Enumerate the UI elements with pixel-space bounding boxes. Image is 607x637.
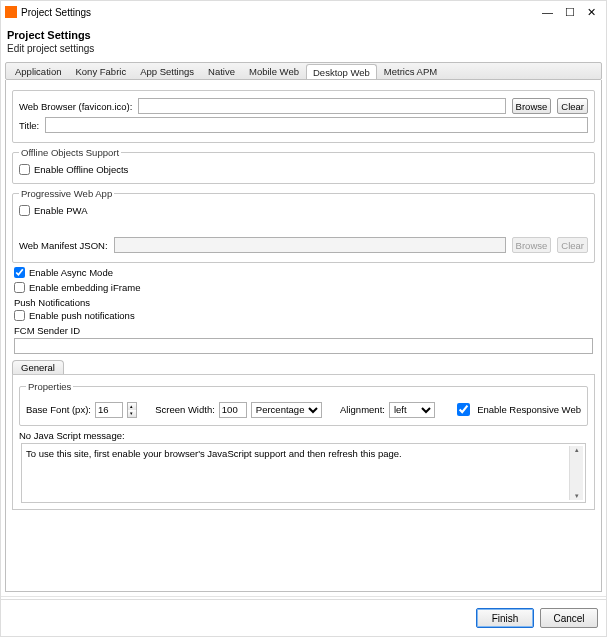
general-tab[interactable]: General bbox=[12, 360, 64, 374]
push-label: Push Notifications bbox=[14, 297, 593, 308]
nojs-label: No Java Script message: bbox=[19, 430, 584, 441]
page-subtitle: Edit project settings bbox=[7, 43, 598, 54]
tab-mobile-web[interactable]: Mobile Web bbox=[242, 63, 306, 79]
enable-offline-checkbox[interactable] bbox=[19, 164, 30, 175]
screenwidth-input[interactable] bbox=[219, 402, 247, 418]
manifest-clear: Clear bbox=[557, 237, 588, 253]
enable-iframe-label: Enable embedding iFrame bbox=[29, 282, 140, 293]
enable-offline-label: Enable Offline Objects bbox=[34, 164, 128, 175]
web-browser-label: Web Browser (favicon.ico): bbox=[19, 101, 132, 112]
tabstrip: Application Kony Fabric App Settings Nat… bbox=[5, 62, 602, 80]
pwa-legend: Progressive Web App bbox=[19, 188, 114, 199]
finish-button[interactable]: Finish bbox=[476, 608, 534, 628]
minimize-icon[interactable]: — bbox=[542, 6, 553, 19]
app-icon bbox=[5, 6, 17, 18]
enable-push-checkbox[interactable] bbox=[14, 310, 25, 321]
page-title: Project Settings bbox=[7, 29, 598, 41]
fcm-input[interactable] bbox=[14, 338, 593, 354]
web-browser-clear[interactable]: Clear bbox=[557, 98, 588, 114]
manifest-input bbox=[114, 237, 506, 253]
manifest-browse: Browse bbox=[512, 237, 552, 253]
responsive-label: Enable Responsive Web bbox=[477, 404, 581, 415]
maximize-icon[interactable]: ☐ bbox=[565, 6, 575, 19]
general-panel: Properties Base Font (px): ▴▾ Screen Wid… bbox=[12, 374, 595, 510]
nojs-scrollbar[interactable] bbox=[569, 446, 583, 500]
screenwidth-unit[interactable]: Percentage bbox=[251, 402, 322, 418]
basefont-stepper[interactable]: ▴▾ bbox=[127, 402, 137, 418]
web-browser-input[interactable] bbox=[138, 98, 505, 114]
footer: Finish Cancel bbox=[1, 599, 606, 636]
fcm-label: FCM Sender ID bbox=[14, 325, 593, 336]
alignment-select[interactable]: left bbox=[389, 402, 435, 418]
offline-legend: Offline Objects Support bbox=[19, 147, 121, 158]
title-label: Title: bbox=[19, 120, 39, 131]
web-browser-browse[interactable]: Browse bbox=[512, 98, 552, 114]
tab-application[interactable]: Application bbox=[8, 63, 68, 79]
enable-pwa-label: Enable PWA bbox=[34, 205, 88, 216]
close-icon[interactable]: ✕ bbox=[587, 6, 596, 19]
title-input[interactable] bbox=[45, 117, 588, 133]
screenwidth-label: Screen Width: bbox=[155, 404, 215, 415]
tab-native[interactable]: Native bbox=[201, 63, 242, 79]
responsive-checkbox[interactable] bbox=[457, 403, 470, 416]
manifest-label: Web Manifest JSON: bbox=[19, 240, 108, 251]
favicon-title-section: Web Browser (favicon.ico): Browse Clear … bbox=[12, 90, 595, 143]
header: Project Settings Edit project settings bbox=[1, 23, 606, 58]
pwa-section: Progressive Web App Enable PWA Web Manif… bbox=[12, 188, 595, 263]
enable-async-checkbox[interactable] bbox=[14, 267, 25, 278]
enable-pwa-checkbox[interactable] bbox=[19, 205, 30, 216]
titlebar: Project Settings — ☐ ✕ bbox=[1, 1, 606, 23]
enable-iframe-checkbox[interactable] bbox=[14, 282, 25, 293]
basefont-label: Base Font (px): bbox=[26, 404, 91, 415]
tab-panel: Web Browser (favicon.ico): Browse Clear … bbox=[5, 80, 602, 592]
tab-app-settings[interactable]: App Settings bbox=[133, 63, 201, 79]
alignment-label: Alignment: bbox=[340, 404, 385, 415]
nojs-textarea[interactable] bbox=[24, 446, 569, 500]
properties-section: Properties Base Font (px): ▴▾ Screen Wid… bbox=[19, 381, 588, 426]
window-title: Project Settings bbox=[21, 7, 538, 18]
cancel-button[interactable]: Cancel bbox=[540, 608, 598, 628]
offline-section: Offline Objects Support Enable Offline O… bbox=[12, 147, 595, 184]
tab-metrics-apm[interactable]: Metrics APM bbox=[377, 63, 444, 79]
tab-desktop-web[interactable]: Desktop Web bbox=[306, 64, 377, 80]
basefont-input[interactable] bbox=[95, 402, 123, 418]
properties-legend: Properties bbox=[26, 381, 73, 392]
tab-kony-fabric[interactable]: Kony Fabric bbox=[68, 63, 133, 79]
enable-push-label: Enable push notifications bbox=[29, 310, 135, 321]
enable-async-label: Enable Async Mode bbox=[29, 267, 113, 278]
